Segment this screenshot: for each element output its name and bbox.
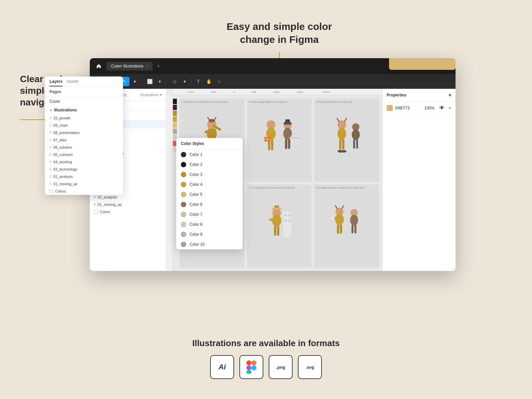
svg-rect-67: [340, 224, 342, 234]
toolbar-select-dropdown[interactable]: ▾: [130, 77, 139, 86]
lp-layer-4[interactable]: # 07_idea: [45, 136, 123, 144]
illus-svg-5: [266, 201, 293, 251]
lp-layer-8[interactable]: # 03_technology: [45, 166, 123, 173]
lp-tab-assets[interactable]: Assets: [66, 79, 78, 86]
layers-panel-tabs: Layers Assets: [45, 76, 123, 87]
color-styles-header: Color Styles: [176, 138, 243, 150]
lp-layer-1[interactable]: # 10_growth: [45, 114, 123, 122]
color-label-9: Color 9: [190, 232, 202, 237]
lp-hash-icon: #: [50, 131, 52, 135]
lp-layer-5[interactable]: # 06_solution: [45, 144, 123, 151]
lp-hash-icon: #: [50, 124, 52, 127]
svg-line-64: [341, 205, 344, 209]
illustrations-dropdown[interactable]: Illustrations ▾: [140, 91, 162, 101]
illus-figure-5: [250, 187, 309, 265]
svg-rect-22: [288, 139, 290, 149]
cell-label-3: 3-Visiting Christmas at the tree: [316, 100, 377, 103]
svg-rect-78: [246, 370, 251, 374]
canvas-swatch: [173, 117, 177, 122]
svg-rect-50: [284, 214, 287, 216]
svg-rect-59: [269, 218, 278, 221]
color-style-item-9[interactable]: Color 9: [176, 229, 243, 239]
bottom-label: Illustrations are available in formats: [192, 338, 340, 348]
svg-rect-61: [277, 226, 279, 236]
svg-rect-53: [288, 219, 291, 222]
illus-figure-3: [317, 101, 376, 179]
toolbar-group-shapes: ◇ ▾: [169, 77, 191, 86]
color-swatch-7: [181, 212, 186, 217]
color-style-item-8[interactable]: Color 8: [176, 219, 243, 229]
format-icon-ai: Ai: [210, 355, 234, 379]
color-style-item-3[interactable]: Color 3: [176, 170, 243, 180]
canvas-swatch: [173, 129, 177, 134]
color-label-10: Color 10: [190, 242, 204, 247]
format-icon-svg: .svg: [298, 355, 322, 379]
lp-page-illustrations[interactable]: ✓ Illustrations: [45, 106, 123, 114]
svg-rect-51: [288, 214, 291, 216]
color-label-5: Color 5: [190, 192, 202, 197]
svg-rect-39: [356, 139, 358, 149]
figma-home-button[interactable]: [94, 61, 104, 71]
color-style-item-10[interactable]: Color 10: [176, 239, 243, 249]
lp-layer-3[interactable]: # 08_presentation: [45, 129, 123, 136]
cell-label-2: 2-Man bought gifts for Christmas: [249, 100, 310, 103]
layer-item[interactable]: # 01_moving_up: [90, 201, 166, 208]
svg-rect-74: [246, 360, 251, 365]
toolbar-frame-button[interactable]: ⬜: [145, 77, 154, 86]
color-swatch-9: [181, 232, 186, 237]
square-icon: [94, 210, 98, 214]
toolbar-frame-dropdown[interactable]: ▾: [155, 77, 164, 86]
color-label-3: Color 3: [190, 172, 202, 177]
toolbar-text-button[interactable]: T: [194, 77, 203, 86]
illus-svg-2: [259, 115, 299, 165]
svg-rect-24: [285, 119, 290, 123]
lp-page-cover[interactable]: Cover: [45, 97, 123, 106]
lp-layer-9[interactable]: # 02_analysis: [45, 173, 123, 180]
opacity-value: 100%: [424, 106, 435, 110]
figma-icon: [246, 360, 256, 374]
color-style-item-5[interactable]: Color 5: [176, 190, 243, 200]
color-style-item-4[interactable]: Color 4: [176, 180, 243, 190]
svg-line-63: [335, 205, 337, 209]
add-property-button[interactable]: +: [449, 92, 452, 98]
svg-rect-60: [274, 226, 276, 236]
lp-layer-7[interactable]: # 04_working: [45, 158, 123, 166]
toolbar-shapes-dropdown[interactable]: ▾: [180, 77, 189, 86]
visibility-toggle[interactable]: 👁: [439, 105, 445, 111]
lp-layer-2[interactable]: # 09_chart: [45, 122, 123, 129]
svg-line-11: [214, 117, 216, 120]
right-panel-header: Properties +: [383, 89, 456, 102]
color-swatch-10: [181, 242, 186, 247]
lp-layer-10[interactable]: # 01_moving_up: [45, 180, 123, 188]
color-style-item-6[interactable]: Color 6: [176, 200, 243, 209]
minus-button[interactable]: −: [449, 105, 452, 111]
tab-close-icon[interactable]: ×: [146, 65, 148, 68]
svg-rect-52: [284, 219, 287, 222]
canvas-ruler-horizontal: -1200 -500 0 500 1000 1500 8000: [173, 89, 382, 95]
svg-point-69: [331, 216, 334, 220]
figma-tab-active[interactable]: Cuterr Illustrations ×: [106, 62, 153, 70]
lp-hash-icon: #: [50, 175, 52, 179]
bottom-section: Illustrations are available in formats A…: [0, 338, 532, 379]
color-style-item-2[interactable]: Color 2: [176, 160, 243, 170]
lp-tab-layers[interactable]: Layers: [50, 79, 63, 86]
svg-line-30: [344, 118, 347, 122]
lp-layer-6[interactable]: # 05_contract: [45, 151, 123, 158]
lp-colors-item[interactable]: Colors: [45, 188, 123, 195]
color-style-item-1[interactable]: Color 1: [176, 150, 243, 160]
layer-colors-item[interactable]: Colors: [90, 208, 166, 215]
toolbar-pen-button[interactable]: ◇: [170, 77, 179, 86]
color-swatch-preview[interactable]: [387, 105, 393, 111]
layers-panel-floating: Layers Assets Pages Cover ✓ Illustration…: [45, 76, 123, 195]
color-style-item-7[interactable]: Color 7: [176, 209, 243, 219]
figma-new-tab-button[interactable]: +: [157, 63, 160, 70]
svg-point-57: [271, 207, 282, 210]
format-icons-row: Ai .png .svg: [210, 355, 322, 379]
cell-label-5: 7-The guy baked cookies for Christmas: [249, 186, 310, 189]
svg-rect-15: [271, 139, 273, 150]
toolbar-comment-button[interactable]: ○: [215, 77, 224, 86]
svg-rect-26: [295, 135, 298, 145]
ai-label: Ai: [218, 363, 226, 371]
lp-hash-icon: #: [50, 168, 52, 171]
toolbar-hand-button[interactable]: ✋: [204, 77, 213, 86]
